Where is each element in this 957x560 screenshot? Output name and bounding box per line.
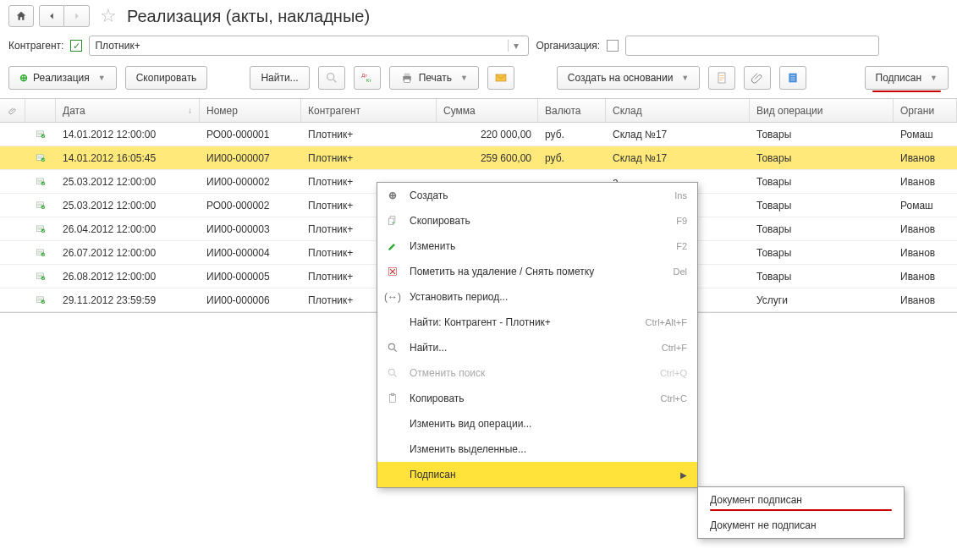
cell-number: ИИ00-000003 xyxy=(200,223,301,235)
create-based-label: Создать на основании xyxy=(568,72,674,84)
svg-point-30 xyxy=(388,369,394,375)
ctx-clipboard-copy[interactable]: Копировать Ctrl+C xyxy=(377,386,697,411)
cell-number: ИИ00-000004 xyxy=(200,247,301,259)
forward-button[interactable] xyxy=(64,5,90,27)
cell-operation: Товары xyxy=(750,152,894,164)
cell-date: 26.07.2012 12:00:00 xyxy=(56,247,200,259)
attach-button[interactable] xyxy=(744,66,771,90)
arrow-left-icon xyxy=(46,10,58,22)
col-number[interactable]: Номер xyxy=(200,99,301,122)
table-row[interactable]: 14.01.2012 12:00:00РО00-000001Плотник+22… xyxy=(0,123,957,146)
col-icon[interactable] xyxy=(25,99,56,122)
cell-contragent: Плотник+ xyxy=(301,129,437,140)
ctx-find-selection[interactable]: Найти: Контрагент - Плотник+ Ctrl+Alt+F xyxy=(377,310,697,335)
table-row[interactable]: 14.01.2012 16:05:45ИИ00-000007Плотник+25… xyxy=(0,146,957,170)
row-status-icon xyxy=(25,200,56,211)
back-button[interactable] xyxy=(39,5,64,27)
cell-operation: Товары xyxy=(750,176,894,188)
cell-number: ИИ00-000005 xyxy=(200,271,301,283)
cell-date: 29.11.2012 23:59:59 xyxy=(56,294,200,306)
cell-sum: 259 600,00 xyxy=(437,152,538,164)
cell-number: ИИ00-000007 xyxy=(200,152,301,164)
ctx-period[interactable]: (↔) Установить период... xyxy=(377,284,697,310)
create-based-button[interactable]: Создать на основании ▼ xyxy=(557,66,700,90)
ctx-signed[interactable]: Подписан ▶ xyxy=(377,462,697,487)
toolbar: ⊕ Реализация ▼ Скопировать Найти... ДтКт… xyxy=(0,63,957,98)
copy-icon: + xyxy=(384,215,401,227)
sort-asc-icon: ↓ xyxy=(188,106,192,115)
pencil-icon xyxy=(384,240,401,252)
contragent-value: Плотник+ xyxy=(95,40,140,52)
printer-icon xyxy=(400,71,414,85)
row-status-icon xyxy=(25,271,56,283)
col-operation[interactable]: Вид операции xyxy=(750,99,894,122)
org-label: Организация: xyxy=(536,40,600,52)
ctx-change-selected[interactable]: Изменить выделенные... xyxy=(377,436,697,462)
list-icon xyxy=(786,71,800,85)
mail-button[interactable] xyxy=(487,66,514,90)
ctx-change-op[interactable]: Изменить вид операции... xyxy=(377,411,697,436)
org-checkbox[interactable] xyxy=(607,40,619,52)
envelope-icon xyxy=(494,71,508,85)
cell-number: ИИ00-000002 xyxy=(200,176,301,188)
favorite-icon[interactable]: ☆ xyxy=(100,5,117,27)
find-label: Найти... xyxy=(261,72,298,84)
submenu-signed[interactable]: Документ подписан xyxy=(698,487,904,513)
cell-sum: 220 000,00 xyxy=(437,129,538,140)
dropdown-icon[interactable]: ▾ xyxy=(508,40,523,52)
home-button[interactable] xyxy=(8,5,34,27)
list-button[interactable] xyxy=(779,66,806,90)
col-date[interactable]: Дата ↓ xyxy=(56,99,200,122)
svg-point-0 xyxy=(327,74,333,80)
print-label: Печать xyxy=(419,72,452,84)
col-currency[interactable]: Валюта xyxy=(538,99,606,122)
row-status-icon xyxy=(25,247,56,259)
find-button[interactable]: Найти... xyxy=(250,66,309,90)
cell-date: 14.01.2012 16:05:45 xyxy=(56,152,200,164)
col-date-label: Дата xyxy=(63,105,85,117)
cell-date: 26.08.2012 12:00:00 xyxy=(56,271,200,283)
col-attach[interactable] xyxy=(0,99,25,122)
col-org[interactable]: Органи xyxy=(894,99,957,122)
signed-button[interactable]: Подписан ▼ xyxy=(865,66,949,90)
document-icon xyxy=(715,71,729,85)
arrow-right-icon xyxy=(71,10,83,22)
col-contragent[interactable]: Контрагент xyxy=(301,99,437,122)
cell-date: 14.01.2012 12:00:00 xyxy=(56,129,200,140)
cell-number: РО00-000001 xyxy=(200,129,301,140)
cell-operation: Товары xyxy=(750,271,894,283)
realization-button[interactable]: ⊕ Реализация ▼ xyxy=(8,66,117,90)
cell-org: Иванов xyxy=(894,247,957,259)
org-input[interactable] xyxy=(625,36,879,56)
col-sum[interactable]: Сумма xyxy=(437,99,538,122)
ctx-mark-delete[interactable]: Пометить на удаление / Снять пометку Del xyxy=(377,259,697,284)
search-cancel-icon xyxy=(325,71,338,85)
cancel-find-button[interactable] xyxy=(318,66,345,90)
ctx-find[interactable]: Найти... Ctrl+F xyxy=(377,335,697,360)
copy-label: Скопировать xyxy=(136,72,197,84)
signed-label: Подписан xyxy=(876,72,922,84)
cell-warehouse: Склад №17 xyxy=(606,152,750,164)
grid-header: Дата ↓ Номер Контрагент Сумма Валюта Скл… xyxy=(0,99,957,123)
dt-kt-button[interactable]: ДтКт xyxy=(354,66,381,90)
col-warehouse[interactable]: Склад xyxy=(606,99,750,122)
svg-text:Кт: Кт xyxy=(366,78,371,83)
doc-button[interactable] xyxy=(708,66,735,90)
chevron-down-icon: ▼ xyxy=(930,74,938,82)
ctx-cancel-find: Отменить поиск Ctrl+Q xyxy=(377,360,697,386)
svg-point-29 xyxy=(388,343,394,349)
ctx-create[interactable]: ⊕ Создать Ins xyxy=(377,183,697,208)
context-menu: ⊕ Создать Ins + Скопировать F9 Изменить … xyxy=(377,182,698,488)
svg-rect-4 xyxy=(404,74,410,76)
contragent-checkbox[interactable]: ✓ xyxy=(70,40,82,52)
cell-org: Иванов xyxy=(894,294,957,306)
submenu-not-signed[interactable]: Документ не подписан xyxy=(698,513,904,538)
ctx-copy[interactable]: + Скопировать F9 xyxy=(377,208,697,233)
cell-number: РО00-000002 xyxy=(200,200,301,211)
plus-icon: ⊕ xyxy=(384,189,401,201)
ctx-edit[interactable]: Изменить F2 xyxy=(377,233,697,259)
print-button[interactable]: Печать ▼ xyxy=(389,66,479,90)
copy-button[interactable]: Скопировать xyxy=(125,66,208,90)
row-status-icon xyxy=(25,176,56,188)
contragent-input[interactable]: Плотник+ ▾ xyxy=(89,36,529,56)
